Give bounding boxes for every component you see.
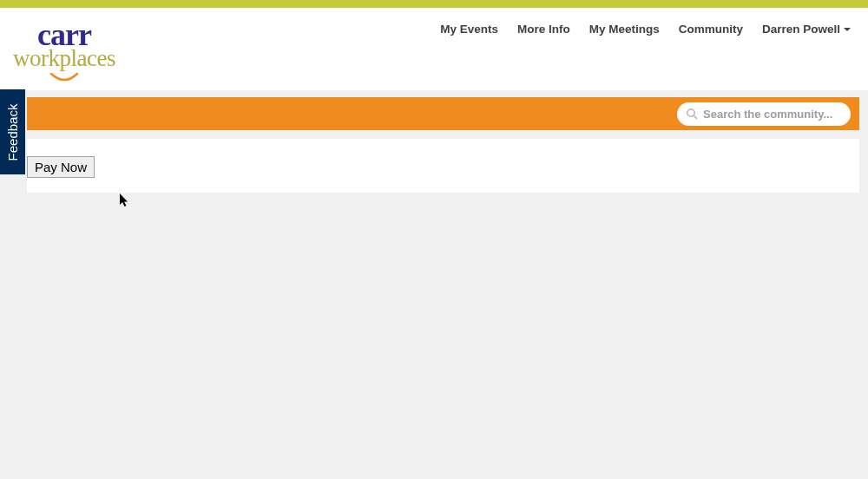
nav-user-menu[interactable]: Darren Powell [762,23,851,36]
toolbar [27,97,859,130]
nav-my-meetings[interactable]: My Meetings [589,23,660,36]
nav-label: More Info [517,23,570,36]
pay-now-button[interactable]: Pay Now [27,156,95,178]
logo-smile-icon [49,72,79,84]
nav-my-events[interactable]: My Events [440,23,498,36]
nav-label: My Events [440,23,498,36]
feedback-label: Feedback [5,103,20,161]
nav-more-info[interactable]: More Info [517,23,570,36]
header: carr workplaces My Events More Info My M… [0,8,868,90]
nav-label: My Meetings [589,23,660,36]
search-input[interactable] [703,108,849,121]
content-below [27,193,859,479]
logo[interactable]: carr workplaces [13,14,115,84]
search-icon [686,108,698,120]
nav-label: Community [679,23,743,36]
content-panel: Pay Now [27,139,859,193]
chevron-down-icon [844,28,851,31]
nav-community[interactable]: Community [679,23,743,36]
main-nav: My Events More Info My Meetings Communit… [440,23,851,36]
logo-text-workplaces: workplaces [13,47,115,70]
feedback-tab[interactable]: Feedback [0,89,25,174]
search-container [677,102,851,126]
top-accent-stripe [0,0,868,8]
svg-line-1 [694,115,696,118]
nav-label: Darren Powell [762,23,840,36]
